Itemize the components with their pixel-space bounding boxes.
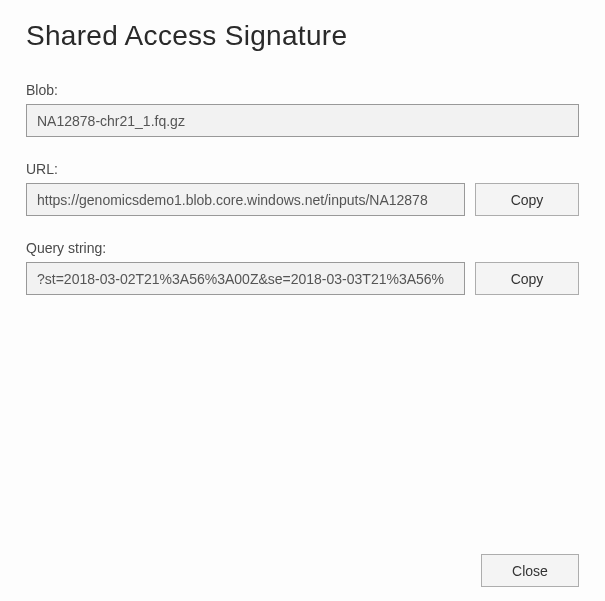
blob-label: Blob: bbox=[26, 82, 579, 98]
url-label: URL: bbox=[26, 161, 579, 177]
blob-input[interactable] bbox=[26, 104, 579, 137]
url-input[interactable] bbox=[26, 183, 465, 216]
query-copy-button[interactable]: Copy bbox=[475, 262, 579, 295]
query-label: Query string: bbox=[26, 240, 579, 256]
blob-field-group: Blob: bbox=[26, 82, 579, 137]
query-field-group: Query string: Copy bbox=[26, 240, 579, 295]
query-row: Copy bbox=[26, 262, 579, 295]
query-input[interactable] bbox=[26, 262, 465, 295]
url-field-group: URL: Copy bbox=[26, 161, 579, 216]
url-copy-button[interactable]: Copy bbox=[475, 183, 579, 216]
url-row: Copy bbox=[26, 183, 579, 216]
dialog-title: Shared Access Signature bbox=[26, 20, 579, 52]
close-button[interactable]: Close bbox=[481, 554, 579, 587]
blob-row bbox=[26, 104, 579, 137]
dialog-footer: Close bbox=[481, 554, 579, 587]
